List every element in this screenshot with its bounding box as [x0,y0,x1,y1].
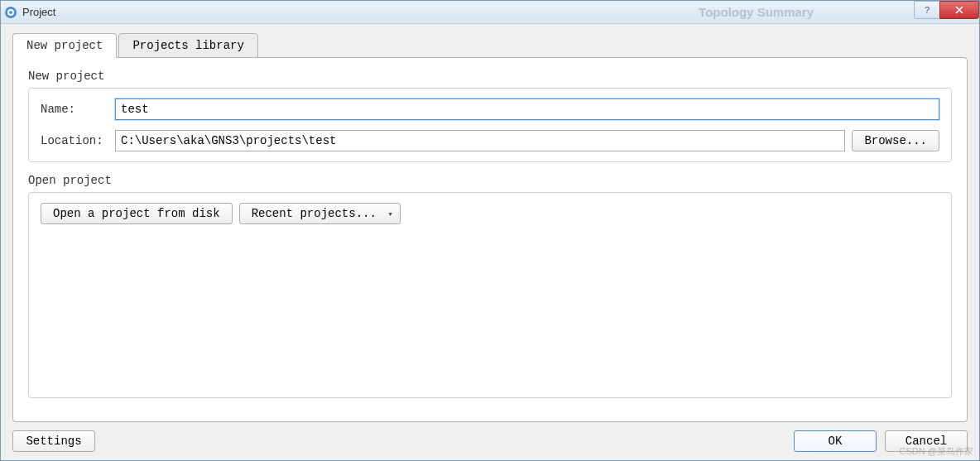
name-label: Name: [41,103,115,116]
window-title: Project [22,6,55,18]
open-project-legend: Open project [28,174,952,187]
name-row: Name: [41,98,939,120]
cancel-button[interactable]: Cancel [885,430,968,452]
name-input[interactable] [115,98,939,120]
location-input[interactable] [115,130,845,151]
tab-body: New project Name: Location: Browse... Op… [12,57,968,422]
open-buttons-row: Open a project from disk Recent projects… [41,203,939,224]
tab-strip: New project Projects library [12,32,968,57]
open-from-disk-button[interactable]: Open a project from disk [41,203,233,224]
help-button[interactable]: ? [914,1,940,19]
window-controls: ? [915,1,979,19]
recent-projects-button[interactable]: Recent projects... [239,203,401,224]
open-project-group: Open a project from disk Recent projects… [28,192,952,398]
new-project-group: Name: Location: Browse... [28,88,952,162]
settings-button[interactable]: Settings [12,430,95,452]
tab-container: New project Projects library New project… [12,32,968,422]
titlebar: Project Topology Summary ? [1,1,979,24]
browse-button[interactable]: Browse... [852,130,939,151]
tab-new-project[interactable]: New project [12,33,117,58]
background-label: Topology Summary [699,5,814,19]
close-button[interactable] [939,1,979,19]
svg-point-2 [9,11,12,14]
footer: Settings OK Cancel [12,430,968,452]
location-row: Location: Browse... [41,130,939,151]
ok-button[interactable]: OK [794,430,877,452]
new-project-legend: New project [28,70,952,83]
location-label: Location: [41,134,115,147]
project-dialog: Project Topology Summary ? New project P… [0,0,980,461]
content-area: New project Projects library New project… [1,24,979,460]
app-icon [4,6,17,19]
tab-projects-library[interactable]: Projects library [118,33,257,58]
